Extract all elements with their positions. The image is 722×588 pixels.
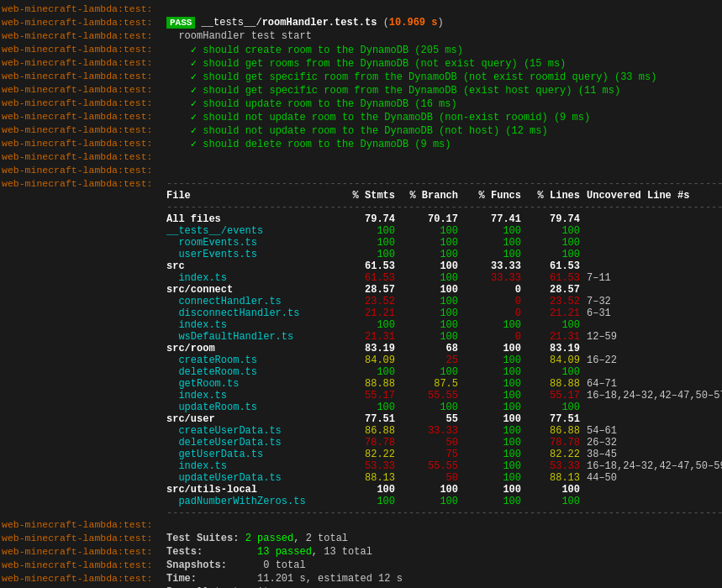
line-content: Snapshots: 0 total (166, 559, 720, 571)
cell-branch: 100 (402, 272, 465, 284)
cell-funcs: 77.41 (465, 213, 528, 225)
cell-stmts: 100 (343, 319, 402, 331)
col-header-branch: % Branch (402, 190, 465, 202)
cell-lines: 21.21 (528, 307, 587, 319)
line-prefix: web-minecraft-lambda:test: (2, 3, 166, 14)
cell-branch: 100 (402, 331, 465, 343)
table-divider: ----------------------------------------… (166, 507, 722, 519)
table-row: All files 79.74 70.17 77.41 79.74 (166, 213, 722, 225)
cell-branch: 100 (402, 366, 465, 378)
cell-branch: 55 (402, 413, 465, 425)
table-row: src/utils-local 100 100 100 100 (166, 484, 722, 496)
line-prefix: web-minecraft-lambda:test: (2, 546, 166, 557)
terminal-line: web-minecraft-lambda:test: ✓ should crea… (0, 44, 722, 57)
line-prefix: web-minecraft-lambda:test: (2, 178, 166, 189)
cell-lines: 84.09 (528, 354, 587, 366)
cell-funcs: 100 (465, 225, 528, 237)
cell-lines: 100 (528, 496, 587, 507)
table-header-row: File % Stmts % Branch % Funcs % Lines Un… (166, 190, 722, 202)
cell-funcs: 33.33 (465, 260, 528, 272)
line-content: ✓ should get rooms from the DynamoDB (no… (166, 57, 720, 70)
terminal-line: web-minecraft-lambda:test:Tests: 13 pass… (0, 546, 722, 559)
terminal-line: web-minecraft-lambda:test: ✓ should not … (0, 111, 722, 124)
cell-uncovered: 38–45 (587, 449, 722, 460)
line-content: ✓ should get specific room from the Dyna… (166, 71, 720, 83)
table-row: index.ts 55.17 55.55 100 55.17 16–18,24–… (166, 390, 722, 402)
cell-lines: 55.17 (528, 390, 587, 402)
cell-uncovered (587, 413, 722, 425)
cell-branch: 100 (402, 296, 465, 307)
cell-branch: 68 (402, 343, 465, 354)
cell-file: getRoom.ts (166, 378, 343, 390)
line-prefix: web-minecraft-lambda:test: (2, 519, 166, 530)
table-row: index.ts 53.33 55.55 100 53.33 16–18,24–… (166, 460, 722, 472)
cell-uncovered (587, 225, 722, 237)
terminal: const data = JSON.parse(document.getElem… (0, 0, 722, 588)
cell-uncovered (587, 237, 722, 249)
cell-file: src/room (166, 343, 343, 354)
cell-lines: 78.78 (528, 437, 587, 449)
line-prefix: web-minecraft-lambda:test: (2, 71, 166, 81)
cell-lines: 86.88 (528, 425, 587, 437)
cell-stmts: 100 (343, 237, 402, 249)
col-header-stmts: % Stmts (343, 190, 402, 202)
cell-stmts: 77.51 (343, 413, 402, 425)
line-prefix: web-minecraft-lambda:test: (2, 57, 166, 68)
line-content: roomHandler test start (166, 30, 720, 42)
cell-stmts: 23.52 (343, 296, 402, 307)
table-row: __tests__/events 100 100 100 100 (166, 225, 722, 237)
cell-uncovered: 16–18,24–32,42–47,50–59 (587, 460, 722, 472)
cell-funcs: 100 (465, 237, 528, 249)
cell-lines: 61.53 (528, 260, 587, 272)
cell-stmts: 100 (343, 484, 402, 496)
cell-lines: 53.33 (528, 460, 587, 472)
pass-content: PASS __tests__/roomHandler.test.ts (10.9… (166, 17, 720, 29)
cell-stmts: 28.57 (343, 284, 402, 296)
cell-funcs: 100 (465, 437, 528, 449)
cell-file: src/utils-local (166, 484, 343, 496)
cell-stmts: 100 (343, 402, 402, 413)
table-row: deleteUserData.ts 78.78 50 100 78.78 26–… (166, 437, 722, 449)
cell-branch: 100 (402, 260, 465, 272)
cell-file: createRoom.ts (166, 354, 343, 366)
cell-funcs: 100 (465, 449, 528, 460)
cell-branch: 50 (402, 437, 465, 449)
cell-funcs: 100 (465, 496, 528, 507)
table-divider: ----------------------------------------… (166, 202, 722, 213)
cell-stmts: 79.74 (343, 213, 402, 225)
cell-branch: 75 (402, 449, 465, 460)
cell-branch: 55.55 (402, 390, 465, 402)
col-header-file: File (166, 190, 343, 202)
cell-lines: 23.52 (528, 296, 587, 307)
cell-funcs: 0 (465, 331, 528, 343)
cell-uncovered (587, 213, 722, 225)
cell-funcs: 0 (465, 284, 528, 296)
cell-branch: 70.17 (402, 213, 465, 225)
cell-stmts: 21.21 (343, 307, 402, 319)
cell-file: updateRoom.ts (166, 402, 343, 413)
table-row: connectHandler.ts 23.52 100 0 23.52 7–32 (166, 296, 722, 307)
cell-stmts: 78.78 (343, 437, 402, 449)
cell-uncovered: 6–31 (587, 307, 722, 319)
cell-funcs: 33.33 (465, 272, 528, 284)
cell-stmts: 61.53 (343, 260, 402, 272)
cell-uncovered: 12–59 (587, 331, 722, 343)
table-row: updateUserData.ts 88.13 50 100 88.13 44–… (166, 472, 722, 484)
cell-branch: 100 (402, 319, 465, 331)
cell-file: __tests__/events (166, 225, 343, 237)
line-prefix: web-minecraft-lambda:test: (2, 559, 166, 570)
cell-uncovered (587, 402, 722, 413)
cell-funcs: 100 (465, 249, 528, 260)
cell-lines: 100 (528, 237, 587, 249)
table-row: deleteRoom.ts 100 100 100 100 (166, 366, 722, 378)
cell-lines: 100 (528, 249, 587, 260)
cell-stmts: 88.88 (343, 378, 402, 390)
cell-uncovered: 7–11 (587, 272, 722, 284)
cell-branch: 50 (402, 472, 465, 484)
line-prefix: web-minecraft-lambda:test: (2, 111, 166, 122)
cell-uncovered (587, 319, 722, 331)
cell-lines: 79.74 (528, 213, 587, 225)
terminal-line: web-minecraft-lambda:test:Test Suites: 2… (0, 533, 722, 546)
line-content: Time: 11.201 s, estimated 12 s (166, 573, 720, 585)
cell-uncovered (587, 249, 722, 260)
